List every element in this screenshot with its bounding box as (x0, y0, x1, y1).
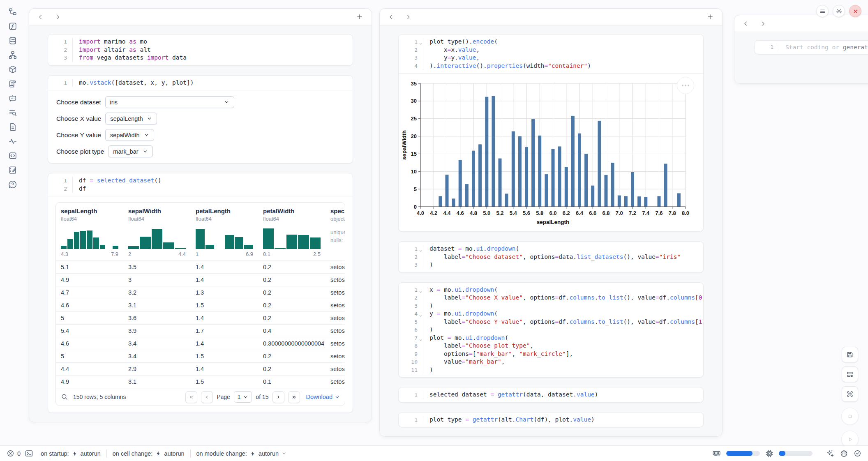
svg-text:7.0: 7.0 (616, 210, 623, 216)
column-header-petalWidth[interactable]: petalWidthfloat64 0.12.5 (258, 203, 326, 260)
code-line: 1 mo.vstack([dataset, x, y, plot]) (48, 79, 353, 87)
fold-chevron-icon[interactable] (419, 288, 422, 292)
fold-chevron-icon[interactable] (419, 336, 422, 340)
connection-status-icon[interactable] (854, 449, 861, 457)
chevron-left-icon[interactable] (37, 14, 44, 20)
code-editor[interactable]: 1 plot_type().encode( 2 x=x.value, 3 y=y… (399, 35, 703, 73)
ai-sparkles-icon[interactable] (826, 449, 834, 458)
svg-text:5.0: 5.0 (483, 210, 490, 216)
tracing-icon[interactable] (8, 137, 17, 146)
code-editor[interactable]: 1 import marimo as mo 2 import altair as… (48, 35, 353, 65)
line-number: 7 (399, 334, 423, 342)
table-row[interactable]: 4.63.11.50.2setosa (56, 299, 345, 311)
table-cell: 4.9 (56, 274, 123, 286)
table-row[interactable]: 5.43.91.70.4setosa (56, 324, 345, 337)
bar-chart[interactable]: 4.0 4.2 4.4 4.6 4.8 5.0 5.2 5.4 5.6 5.8 … (401, 78, 695, 228)
chart-bar (631, 172, 634, 207)
chevron-right-icon[interactable] (405, 14, 411, 20)
code-editor[interactable]: 1 mo.vstack([dataset, x, y, plot]) (48, 76, 353, 90)
select-choose-y-value[interactable]: sepalWidth (105, 129, 154, 141)
table-row[interactable]: 4.93.11.50.1setosa (56, 375, 345, 388)
file-tree-icon[interactable] (8, 7, 17, 16)
table-row[interactable]: 4.931.40.2setosa (56, 273, 345, 286)
help-icon[interactable] (8, 180, 17, 189)
svg-text:6.4: 6.4 (576, 210, 584, 216)
fold-chevron-icon[interactable] (419, 247, 422, 251)
generate-link[interactable]: generate (843, 44, 868, 51)
fold-chevron-icon[interactable] (419, 40, 422, 44)
terminal-icon[interactable] (25, 449, 33, 458)
column-1-header (29, 9, 372, 25)
table-cell: 3.4 (123, 350, 191, 362)
previous-page-button[interactable] (201, 391, 213, 403)
table-row[interactable]: 4.73.21.30.2setosa (56, 286, 345, 299)
code-editor[interactable]: 1 plot_type = getattr(alt.Chart(df), plo… (399, 413, 703, 427)
next-page-button[interactable] (272, 391, 284, 403)
errors-icon[interactable] (7, 449, 14, 457)
on-cell-change-setting[interactable]: on cell change: autorun (113, 450, 185, 457)
code-editor[interactable]: 1 df = selected_dataset() 2 df (48, 173, 353, 196)
chart-bar (611, 163, 614, 207)
table-row[interactable]: 5.13.51.40.2setosa (56, 260, 345, 273)
code-editor[interactable]: 1 selected_dataset = getattr(data, datas… (399, 387, 703, 402)
search-icon[interactable] (61, 393, 68, 401)
close-button[interactable] (849, 5, 861, 17)
table-row[interactable]: 4.63.41.40.30000000000000004setosa (56, 337, 345, 350)
chat-icon[interactable] (8, 94, 17, 103)
chevron-right-icon[interactable] (55, 14, 61, 20)
settings-gear-button[interactable] (833, 5, 845, 17)
table-cell: setosa (326, 350, 345, 362)
add-column-icon[interactable] (356, 13, 363, 21)
select-choose-x-value[interactable]: sepalLength (105, 113, 157, 124)
editor-placeholder[interactable]: Start coding or generate with (779, 44, 868, 51)
first-page-button[interactable] (185, 391, 197, 403)
on-startup-setting[interactable]: on startup: autorun (41, 450, 101, 457)
documentation-icon[interactable] (8, 122, 17, 131)
functions-icon[interactable] (8, 22, 17, 31)
stop-button[interactable] (841, 408, 859, 425)
menu-button[interactable] (816, 5, 829, 17)
table-cell: 4.6 (56, 299, 123, 311)
table-cell: 3.5 (123, 261, 191, 273)
snippets-icon[interactable] (8, 151, 17, 160)
copilot-robot-icon[interactable] (840, 449, 848, 458)
scratchpad-icon[interactable] (8, 166, 17, 175)
on-module-change-setting[interactable]: on module change: autorun (196, 450, 287, 457)
outline-search-icon[interactable] (8, 108, 17, 117)
select-choose-dataset[interactable]: iris (105, 96, 234, 108)
select-choose-plot-type[interactable]: mark_bar (108, 145, 152, 157)
fold-chevron-icon[interactable] (419, 312, 422, 316)
packages-icon[interactable] (8, 65, 17, 74)
line-number: 2 (48, 46, 73, 54)
datasources-icon[interactable] (8, 36, 17, 45)
keyboard-shortcuts-button[interactable] (842, 386, 858, 402)
table-row[interactable]: 53.41.50.2setosa (56, 350, 345, 362)
code-editor[interactable]: 1 x = mo.ui.dropdown( 2 label="Choose X … (399, 283, 703, 378)
chart-bar (545, 174, 548, 207)
chevron-left-icon[interactable] (388, 14, 394, 20)
column-header-sepalWidth[interactable]: sepalWidthfloat64 24.4 (123, 203, 191, 260)
page-select[interactable]: 1 (234, 391, 252, 403)
logs-icon[interactable] (8, 79, 17, 88)
save-button[interactable] (842, 347, 858, 362)
chevron-down-icon (144, 132, 149, 138)
dependency-graph-icon[interactable] (8, 51, 17, 60)
last-page-button[interactable] (288, 391, 300, 403)
table-row[interactable]: 53.61.40.2setosa (56, 311, 345, 324)
empty-code-cell[interactable]: 1 Start coding or generate with (754, 40, 868, 54)
layout-button[interactable] (842, 366, 858, 382)
add-column-icon[interactable] (706, 13, 714, 21)
chevron-left-icon[interactable] (743, 21, 749, 27)
code-editor[interactable]: 1 dataset = mo.ui.dropdown( 2 label="Cho… (399, 242, 703, 272)
column-header-sepalLength[interactable]: sepalLengthfloat64 4.37.9 (56, 203, 123, 260)
table-row[interactable]: 4.42.91.40.2setosa (56, 362, 345, 375)
svg-text:5: 5 (414, 186, 417, 192)
chevron-right-icon[interactable] (760, 21, 766, 27)
column-header-petalLength[interactable]: petalLengthfloat64 16.9 (191, 203, 258, 260)
download-button[interactable]: Download (306, 394, 340, 400)
chart-menu-button[interactable] (677, 77, 694, 94)
table-cell: 0.2 (258, 299, 326, 311)
code-line: 2 x=x.value, (399, 46, 703, 54)
column-header-species[interactable]: speciesobject uniquenulls: (326, 203, 345, 260)
memory-usage-bar (726, 451, 760, 456)
